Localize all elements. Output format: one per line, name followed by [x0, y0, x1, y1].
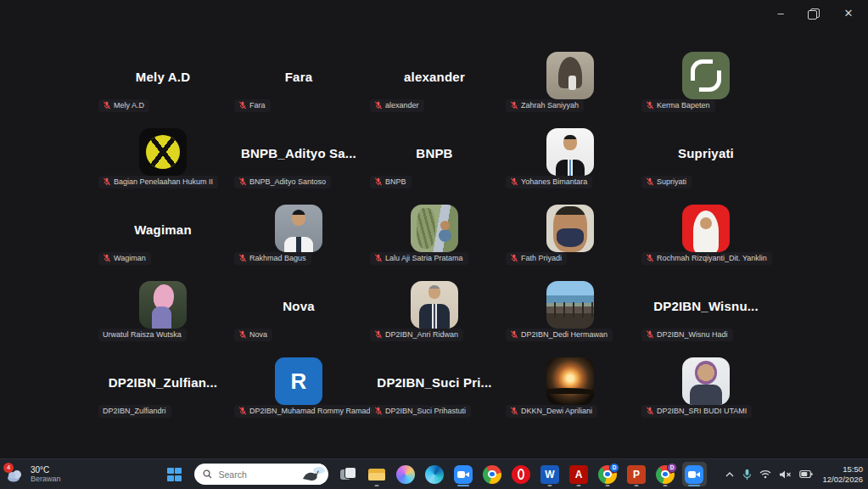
- participant-tile[interactable]: Bagian Penelaahan Hukum II: [95, 115, 231, 191]
- edge-browser-icon: [425, 465, 444, 484]
- participant-label-text: alexander: [385, 101, 419, 110]
- copilot-button[interactable]: [394, 462, 418, 486]
- participant-tile[interactable]: DP2IBN_Wisnu... DP2IBN_Wisnu Hadi: [638, 267, 774, 344]
- running-indicator: [664, 485, 668, 487]
- windows-logo-icon: [165, 465, 183, 484]
- participant-label-text: Nova: [249, 330, 267, 339]
- participant-avatar-beach-view-photo: [546, 281, 594, 329]
- participant-avatar-white-hijab-red-bg-photo: [682, 205, 730, 252]
- running-indicator: [375, 485, 379, 487]
- participant-label: DP2IBN_Suci Prihastuti: [370, 405, 471, 418]
- start-button[interactable]: [162, 462, 187, 486]
- participant-tile[interactable]: BNPB BNPB: [367, 115, 502, 191]
- participant-avatar-yellow-emblem-logo: [139, 128, 187, 176]
- zoom-meeting-active-icon: [685, 465, 703, 484]
- file-explorer-button[interactable]: [365, 462, 389, 486]
- word-button[interactable]: [538, 462, 563, 486]
- opera-browser-button[interactable]: [509, 462, 534, 486]
- edge-browser-button[interactable]: [423, 462, 447, 486]
- participant-label-text: Rakhmad Bagus: [249, 254, 306, 262]
- participant-label: Urwatul Raisza Wutska: [98, 329, 187, 341]
- weather-widget[interactable]: 4 30°C Berawan: [5, 462, 61, 486]
- powerpoint-button[interactable]: [624, 462, 649, 486]
- muted-mic-icon: [103, 101, 111, 110]
- cloud-weather-icon: 4: [5, 465, 25, 484]
- participant-avatar-pink-hijab-photo: [139, 281, 187, 329]
- running-indicator: [606, 485, 610, 487]
- participant-avatar-formal-portrait-photo: [546, 128, 594, 176]
- participant-tile[interactable]: Rochmah Rizqiyanti_Dit. Yanklin: [638, 191, 774, 267]
- muted-mic-icon: [103, 254, 111, 262]
- participant-tile[interactable]: Wagiman Wagiman: [95, 191, 231, 267]
- participant-label-text: Zahrah Saniyyah: [521, 101, 579, 110]
- participant-tile[interactable]: Rakhmad Bagus: [231, 191, 367, 267]
- participant-tile[interactable]: DP2IBN_Anri Ridwan: [367, 267, 502, 344]
- zoom-app-button[interactable]: [451, 462, 476, 486]
- participant-label: DP2IBN_Muhamad Rommy Ramadh...: [234, 405, 384, 418]
- participant-label: Fara: [234, 99, 271, 112]
- participant-avatar-winter-jacket-snow-photo: [682, 357, 730, 405]
- zoom-meeting-window: – ✕ Mely A.D Mely A.DFara Faraalexander …: [0, 0, 868, 489]
- participant-label-text: Lalu Aji Satria Pratama: [385, 254, 463, 262]
- participant-tile[interactable]: DP2IBN_Zulfian...DP2IBN_Zulfiandri: [95, 344, 231, 420]
- participant-tile[interactable]: DP2IBN_SRI BUDI UTAMI: [638, 344, 774, 420]
- chrome-browser-button[interactable]: [480, 462, 505, 486]
- minimize-button[interactable]: –: [770, 3, 792, 22]
- participant-tile[interactable]: BNPB_Adityo Sa... BNPB_Adityo Santoso: [231, 115, 367, 191]
- microphone-in-use-icon[interactable]: [742, 469, 752, 481]
- participant-tile[interactable]: DP2IBN_Dedi Hermawan: [502, 267, 638, 344]
- participant-tile[interactable]: Urwatul Raisza Wutska: [95, 267, 231, 344]
- muted-mic-icon: [510, 101, 518, 110]
- search-box[interactable]: [194, 464, 328, 485]
- participant-label-text: DP2IBN_Dedi Hermawan: [521, 330, 608, 339]
- muted-mic-icon: [510, 177, 518, 186]
- participant-label-text: Wagiman: [114, 254, 146, 262]
- chevron-up-icon[interactable]: [725, 470, 735, 479]
- participant-avatar-portrait-photo: [275, 205, 322, 252]
- date-label: 12/02/2026: [822, 475, 863, 485]
- participant-tile[interactable]: Mely A.D Mely A.D: [95, 38, 231, 115]
- task-view-button[interactable]: [336, 462, 361, 486]
- participant-tile[interactable]: Lalu Aji Satria Pratama: [367, 191, 502, 267]
- participant-avatar-photo-building-arch: [546, 52, 594, 99]
- participant-tile[interactable]: R DP2IBN_Muhamad Rommy Ramadh...: [231, 344, 367, 420]
- search-input[interactable]: [217, 469, 282, 481]
- zoom-meeting-active-button[interactable]: [682, 462, 707, 486]
- running-indicator: [577, 485, 581, 487]
- participant-tile[interactable]: Kerma Bapeten: [638, 38, 774, 115]
- chrome-profile-d2-icon: D: [656, 465, 675, 484]
- participant-label-text: DP2IBN_Wisnu Hadi: [657, 330, 728, 339]
- muted-mic-icon: [103, 177, 111, 186]
- muted-mic-icon: [374, 101, 383, 110]
- close-button[interactable]: ✕: [837, 3, 860, 22]
- participant-label: Supriyati: [641, 176, 692, 188]
- chrome-profile-d2-button[interactable]: D: [653, 462, 678, 486]
- participant-tile[interactable]: alexander alexander: [367, 38, 502, 115]
- participant-tile[interactable]: Fath Priyadi: [502, 191, 638, 267]
- participant-label: Rochmah Rizqiyanti_Dit. Yanklin: [641, 252, 772, 265]
- participant-label: alexander: [370, 99, 424, 112]
- muted-mic-icon: [238, 330, 247, 339]
- muted-mic-icon: [646, 101, 654, 110]
- restore-button[interactable]: [804, 3, 826, 22]
- participant-label-text: Supriyati: [657, 177, 686, 186]
- wifi-icon[interactable]: [759, 469, 771, 479]
- participant-tile[interactable]: Zahrah Saniyyah: [502, 38, 638, 115]
- running-indicator: [548, 485, 552, 487]
- participant-tile[interactable]: DKKN_Dewi Apriliani: [502, 344, 638, 420]
- participant-grid: Mely A.D Mely A.DFara Faraalexander alex…: [95, 38, 774, 420]
- participant-tile[interactable]: Fara Fara: [231, 38, 367, 115]
- volume-muted-icon[interactable]: [779, 469, 792, 480]
- participant-tile[interactable]: DP2IBN_Suci Pri... DP2IBN_Suci Prihastut…: [367, 344, 502, 420]
- acrobat-reader-button[interactable]: [567, 462, 591, 486]
- participant-tile[interactable]: Nova Nova: [231, 267, 367, 344]
- participant-tile[interactable]: Yohanes Bimantara: [502, 115, 638, 191]
- windows-taskbar: 4 30°C Berawan: [0, 458, 868, 489]
- running-indicator: [688, 485, 700, 487]
- battery-icon[interactable]: [799, 469, 813, 479]
- clock[interactable]: 15:50 12/02/2026: [822, 464, 863, 485]
- chrome-profile-d-button[interactable]: D: [596, 462, 620, 486]
- participant-label: Wagiman: [98, 252, 151, 265]
- temperature-label: 30°C: [31, 465, 61, 475]
- participant-tile[interactable]: Supriyati Supriyati: [638, 115, 774, 191]
